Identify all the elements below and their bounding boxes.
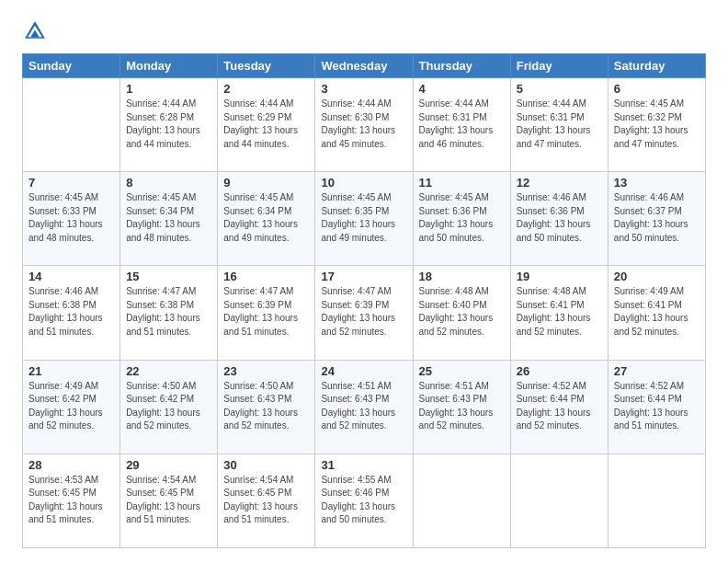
day-number: 24 [321, 364, 406, 378]
day-number: 25 [419, 364, 505, 378]
week-row-2: 7Sunrise: 4:45 AM Sunset: 6:33 PM Daylig… [23, 172, 706, 266]
calendar-cell: 20Sunrise: 4:49 AM Sunset: 6:41 PM Dayli… [608, 266, 705, 360]
day-info: Sunrise: 4:52 AM Sunset: 6:44 PM Dayligh… [614, 380, 700, 433]
weekday-header-saturday: Saturday [608, 54, 705, 78]
day-info: Sunrise: 4:52 AM Sunset: 6:44 PM Dayligh… [517, 380, 602, 433]
day-number: 1 [126, 82, 211, 96]
day-number: 3 [321, 82, 406, 96]
day-info: Sunrise: 4:44 AM Sunset: 6:29 PM Dayligh… [223, 98, 309, 151]
calendar-cell: 11Sunrise: 4:45 AM Sunset: 6:36 PM Dayli… [413, 172, 510, 266]
day-number: 29 [126, 458, 211, 472]
day-info: Sunrise: 4:53 AM Sunset: 6:45 PM Dayligh… [28, 474, 114, 527]
day-number: 31 [321, 458, 406, 472]
calendar-cell: 26Sunrise: 4:52 AM Sunset: 6:44 PM Dayli… [510, 360, 608, 454]
calendar-cell: 6Sunrise: 4:45 AM Sunset: 6:32 PM Daylig… [608, 78, 705, 172]
weekday-header-friday: Friday [510, 54, 608, 78]
weekday-header-wednesday: Wednesday [315, 54, 413, 78]
day-number: 18 [419, 270, 505, 283]
day-info: Sunrise: 4:47 AM Sunset: 6:39 PM Dayligh… [223, 285, 309, 339]
day-info: Sunrise: 4:46 AM Sunset: 6:36 PM Dayligh… [517, 191, 602, 245]
day-info: Sunrise: 4:45 AM Sunset: 6:35 PM Dayligh… [321, 191, 406, 245]
day-info: Sunrise: 4:46 AM Sunset: 6:37 PM Dayligh… [614, 191, 700, 245]
day-info: Sunrise: 4:44 AM Sunset: 6:31 PM Dayligh… [419, 98, 505, 151]
day-number: 8 [126, 176, 211, 190]
calendar-cell: 3Sunrise: 4:44 AM Sunset: 6:30 PM Daylig… [315, 78, 413, 172]
day-info: Sunrise: 4:48 AM Sunset: 6:40 PM Dayligh… [419, 285, 505, 339]
day-info: Sunrise: 4:47 AM Sunset: 6:38 PM Dayligh… [126, 285, 211, 339]
calendar-cell: 14Sunrise: 4:46 AM Sunset: 6:38 PM Dayli… [23, 266, 120, 360]
page: SundayMondayTuesdayWednesdayThursdayFrid… [0, 0, 728, 563]
weekday-header-row: SundayMondayTuesdayWednesdayThursdayFrid… [23, 54, 706, 78]
calendar-cell: 23Sunrise: 4:50 AM Sunset: 6:43 PM Dayli… [218, 360, 315, 454]
day-info: Sunrise: 4:54 AM Sunset: 6:45 PM Dayligh… [223, 474, 309, 527]
calendar-cell [510, 454, 608, 547]
day-number: 27 [614, 364, 700, 378]
day-info: Sunrise: 4:45 AM Sunset: 6:36 PM Dayligh… [419, 191, 505, 245]
day-number: 7 [28, 176, 114, 190]
day-number: 17 [321, 270, 406, 283]
logo-icon [22, 18, 48, 44]
day-number: 14 [28, 270, 114, 283]
day-number: 20 [614, 270, 700, 283]
calendar-cell: 8Sunrise: 4:45 AM Sunset: 6:34 PM Daylig… [120, 172, 218, 266]
day-info: Sunrise: 4:44 AM Sunset: 6:31 PM Dayligh… [517, 98, 602, 151]
day-info: Sunrise: 4:54 AM Sunset: 6:45 PM Dayligh… [126, 474, 211, 527]
day-number: 22 [126, 364, 211, 378]
day-info: Sunrise: 4:50 AM Sunset: 6:42 PM Dayligh… [126, 380, 211, 433]
day-info: Sunrise: 4:44 AM Sunset: 6:28 PM Dayligh… [126, 98, 211, 151]
calendar-cell: 12Sunrise: 4:46 AM Sunset: 6:36 PM Dayli… [510, 172, 608, 266]
calendar-cell: 1Sunrise: 4:44 AM Sunset: 6:28 PM Daylig… [120, 78, 218, 172]
week-row-1: 1Sunrise: 4:44 AM Sunset: 6:28 PM Daylig… [23, 78, 706, 172]
calendar-cell: 13Sunrise: 4:46 AM Sunset: 6:37 PM Dayli… [608, 172, 705, 266]
calendar-cell: 30Sunrise: 4:54 AM Sunset: 6:45 PM Dayli… [218, 454, 315, 547]
calendar-cell: 7Sunrise: 4:45 AM Sunset: 6:33 PM Daylig… [23, 172, 120, 266]
day-number: 13 [614, 176, 700, 190]
weekday-header-tuesday: Tuesday [218, 54, 315, 78]
calendar-cell [23, 78, 120, 172]
day-number: 6 [614, 82, 700, 96]
day-number: 5 [517, 82, 602, 96]
day-info: Sunrise: 4:51 AM Sunset: 6:43 PM Dayligh… [419, 380, 505, 433]
day-info: Sunrise: 4:46 AM Sunset: 6:38 PM Dayligh… [28, 285, 114, 339]
day-info: Sunrise: 4:44 AM Sunset: 6:30 PM Dayligh… [321, 98, 406, 151]
day-number: 10 [321, 176, 406, 190]
logo [22, 18, 51, 44]
day-info: Sunrise: 4:50 AM Sunset: 6:43 PM Dayligh… [223, 380, 309, 433]
day-info: Sunrise: 4:47 AM Sunset: 6:39 PM Dayligh… [321, 285, 406, 339]
calendar-cell: 31Sunrise: 4:55 AM Sunset: 6:46 PM Dayli… [315, 454, 413, 547]
weekday-header-sunday: Sunday [23, 54, 120, 78]
day-info: Sunrise: 4:45 AM Sunset: 6:34 PM Dayligh… [223, 191, 309, 245]
calendar-cell: 25Sunrise: 4:51 AM Sunset: 6:43 PM Dayli… [413, 360, 510, 454]
day-number: 23 [223, 364, 309, 378]
weekday-header-thursday: Thursday [413, 54, 510, 78]
calendar-cell: 18Sunrise: 4:48 AM Sunset: 6:40 PM Dayli… [413, 266, 510, 360]
day-number: 4 [419, 82, 505, 96]
day-number: 15 [126, 270, 211, 283]
calendar-cell: 9Sunrise: 4:45 AM Sunset: 6:34 PM Daylig… [218, 172, 315, 266]
calendar-cell: 5Sunrise: 4:44 AM Sunset: 6:31 PM Daylig… [510, 78, 608, 172]
day-number: 26 [517, 364, 602, 378]
calendar-cell: 28Sunrise: 4:53 AM Sunset: 6:45 PM Dayli… [23, 454, 120, 547]
day-number: 12 [517, 176, 602, 190]
calendar-cell: 29Sunrise: 4:54 AM Sunset: 6:45 PM Dayli… [120, 454, 218, 547]
day-number: 19 [517, 270, 602, 283]
day-number: 21 [28, 364, 114, 378]
weekday-header-monday: Monday [120, 54, 218, 78]
calendar-cell: 15Sunrise: 4:47 AM Sunset: 6:38 PM Dayli… [120, 266, 218, 360]
day-number: 30 [223, 458, 309, 472]
day-number: 16 [223, 270, 309, 283]
day-info: Sunrise: 4:51 AM Sunset: 6:43 PM Dayligh… [321, 380, 406, 433]
calendar-cell: 17Sunrise: 4:47 AM Sunset: 6:39 PM Dayli… [315, 266, 413, 360]
day-info: Sunrise: 4:45 AM Sunset: 6:34 PM Dayligh… [126, 191, 211, 245]
day-info: Sunrise: 4:45 AM Sunset: 6:32 PM Dayligh… [614, 98, 700, 151]
week-row-3: 14Sunrise: 4:46 AM Sunset: 6:38 PM Dayli… [23, 266, 706, 360]
day-info: Sunrise: 4:49 AM Sunset: 6:42 PM Dayligh… [28, 380, 114, 433]
calendar-cell: 19Sunrise: 4:48 AM Sunset: 6:41 PM Dayli… [510, 266, 608, 360]
calendar-cell [608, 454, 705, 547]
day-number: 2 [223, 82, 309, 96]
header [22, 18, 706, 44]
calendar-cell: 10Sunrise: 4:45 AM Sunset: 6:35 PM Dayli… [315, 172, 413, 266]
calendar-cell: 24Sunrise: 4:51 AM Sunset: 6:43 PM Dayli… [315, 360, 413, 454]
day-info: Sunrise: 4:48 AM Sunset: 6:41 PM Dayligh… [517, 285, 602, 339]
calendar-cell: 4Sunrise: 4:44 AM Sunset: 6:31 PM Daylig… [413, 78, 510, 172]
